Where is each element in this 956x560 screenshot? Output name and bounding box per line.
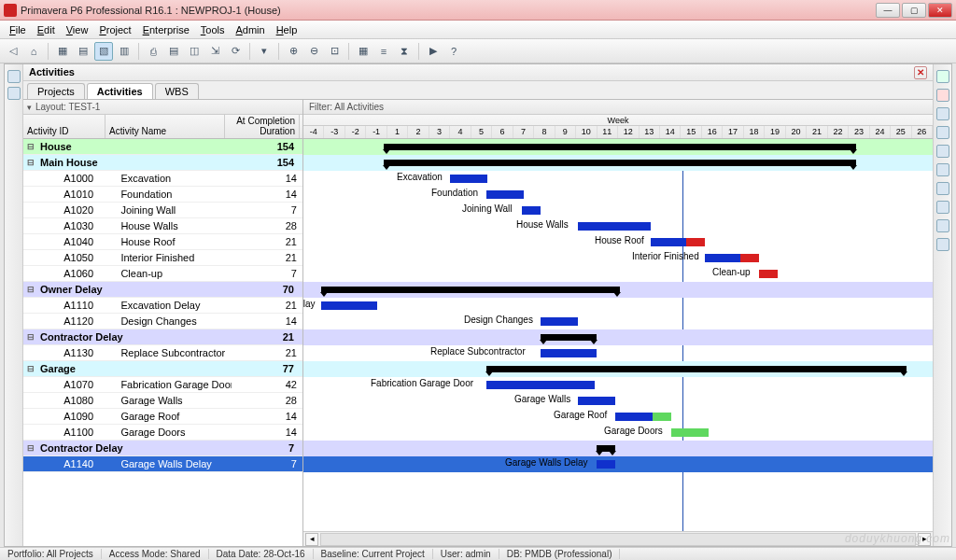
activity-row[interactable]: A1140Garage Walls Delay7: [23, 456, 302, 472]
activity-row[interactable]: A1030House Walls28: [23, 218, 302, 234]
back-icon[interactable]: ◁: [4, 42, 22, 61]
gantt-icon[interactable]: ▧: [94, 42, 113, 61]
move-up-icon[interactable]: [936, 219, 949, 232]
activity-bar-secondary[interactable]: [740, 254, 759, 262]
zoom-in-icon[interactable]: ⊕: [284, 42, 302, 61]
collapse-icon[interactable]: ⊟: [23, 285, 38, 294]
help-icon[interactable]: ?: [444, 42, 463, 61]
steps-icon[interactable]: [936, 201, 949, 214]
menu-help[interactable]: Help: [271, 22, 303, 37]
progress-icon[interactable]: ⧗: [395, 42, 414, 61]
activity-bar[interactable]: [759, 270, 778, 278]
timescale-header[interactable]: Week -4-3-2-1123456789101112131415161718…: [303, 115, 933, 139]
codes-icon[interactable]: [936, 182, 949, 195]
activity-row[interactable]: A1010Foundation14: [23, 187, 302, 203]
gantt-row[interactable]: Design Changes: [303, 314, 933, 329]
maximize-button[interactable]: ▢: [902, 3, 926, 18]
activity-bar[interactable]: [321, 301, 377, 310]
activity-row[interactable]: A1050Interior Finished21: [23, 250, 302, 266]
delete-icon[interactable]: [936, 89, 949, 102]
activity-row[interactable]: A1130Replace Subcontractor21: [23, 345, 302, 361]
chart-icon[interactable]: ◫: [185, 42, 204, 61]
gantt-row[interactable]: Garage Walls Delay: [303, 456, 933, 472]
activity-row[interactable]: A1020Joining Wall7: [23, 203, 302, 218]
zoom-out-icon[interactable]: ⊖: [304, 42, 323, 61]
menu-edit[interactable]: Edit: [32, 22, 61, 37]
gantt-row[interactable]: Excavation: [303, 171, 933, 187]
gantt-row[interactable]: Replace Subcontractor: [303, 345, 933, 361]
activity-row[interactable]: A1070Fabrication Garage Door42: [23, 377, 302, 393]
activity-bar[interactable]: [705, 254, 740, 262]
gantt-row[interactable]: [303, 155, 933, 171]
gantt-row[interactable]: Foundation: [303, 187, 933, 203]
summary-bar[interactable]: [486, 366, 907, 372]
col-activity-name[interactable]: Activity Name: [105, 115, 225, 138]
refresh-icon[interactable]: ⟳: [226, 42, 245, 61]
copy-icon[interactable]: [936, 126, 949, 139]
view-icon[interactable]: ▤: [74, 42, 92, 61]
gantt-row[interactable]: Garage Walls: [303, 393, 933, 409]
menu-tools[interactable]: Tools: [195, 22, 231, 37]
grid-icon[interactable]: ▦: [354, 42, 373, 61]
print-icon[interactable]: ⎙: [144, 42, 162, 61]
menu-view[interactable]: View: [61, 22, 94, 37]
activity-row[interactable]: A1080Garage Walls28: [23, 393, 302, 409]
gantt-row[interactable]: Interior Finished: [303, 250, 933, 266]
wbs-row[interactable]: ⊟Contractor Delay21: [23, 329, 302, 345]
add-icon[interactable]: [936, 70, 949, 83]
layout-bar[interactable]: ▾ Layout: TEST-1: [23, 100, 302, 115]
activity-bar-secondary[interactable]: [653, 413, 671, 421]
wbs-row[interactable]: ⊟House154: [23, 139, 302, 155]
activity-row[interactable]: A1060Clean-up7: [23, 266, 302, 282]
gantt-row[interactable]: [303, 361, 933, 377]
wbs-row[interactable]: ⊟Garage77: [23, 361, 302, 377]
filter-icon[interactable]: ▾: [255, 42, 274, 61]
gantt-row[interactable]: [303, 329, 933, 345]
table-header[interactable]: Activity ID Activity Name At Completion …: [23, 115, 302, 139]
wbs-row[interactable]: ⊟Owner Delay70: [23, 282, 302, 298]
home-icon[interactable]: ⌂: [24, 42, 43, 61]
gantt-row[interactable]: Clean-up: [303, 266, 933, 282]
menu-enterprise[interactable]: Enterprise: [137, 22, 195, 37]
report-icon[interactable]: ▤: [164, 42, 183, 61]
scroll-track[interactable]: [320, 533, 916, 546]
gantt-row[interactable]: Garage Roof: [303, 409, 933, 425]
menu-admin[interactable]: Admin: [230, 22, 270, 37]
wbs-row[interactable]: ⊟Main House154: [23, 155, 302, 171]
collapse-icon[interactable]: ⊟: [23, 158, 38, 167]
export-icon[interactable]: ⇲: [205, 42, 224, 61]
activity-bar[interactable]: [450, 175, 487, 183]
activity-bar[interactable]: [541, 349, 597, 357]
activity-bar[interactable]: [541, 317, 578, 326]
filter-bar[interactable]: Filter: All Activities: [303, 100, 933, 115]
activity-row[interactable]: A1090Garage Roof14: [23, 409, 302, 425]
wbs-row[interactable]: ⊟Contractor Delay7: [23, 441, 302, 456]
menu-file[interactable]: File: [4, 22, 32, 37]
activity-bar[interactable]: [486, 190, 524, 199]
gantt-row[interactable]: [303, 139, 933, 155]
bars-icon[interactable]: ≡: [374, 42, 393, 61]
minimize-button[interactable]: —: [876, 3, 900, 18]
menu-project[interactable]: Project: [93, 22, 136, 37]
cut-icon[interactable]: [936, 107, 949, 120]
summary-bar[interactable]: [541, 334, 597, 341]
activity-bar[interactable]: [615, 413, 653, 421]
summary-bar[interactable]: [321, 287, 620, 293]
activity-bar[interactable]: [671, 428, 709, 437]
collapse-icon[interactable]: ⊟: [23, 142, 38, 151]
summary-bar[interactable]: [384, 144, 856, 150]
layout-icon[interactable]: ▦: [53, 42, 72, 61]
summary-bar[interactable]: [384, 160, 856, 166]
col-activity-id[interactable]: Activity ID: [23, 115, 105, 138]
person-icon[interactable]: [7, 70, 21, 83]
resources-icon[interactable]: [936, 163, 949, 176]
folder-icon[interactable]: [7, 87, 21, 100]
gantt-row[interactable]: Joining Wall: [303, 203, 933, 218]
gantt-row[interactable]: [303, 441, 933, 456]
gantt-row[interactable]: Garage Doors: [303, 425, 933, 441]
col-duration[interactable]: At Completion Duration: [225, 115, 300, 138]
tab-activities[interactable]: Activities: [87, 83, 153, 99]
schedule-icon[interactable]: ▶: [424, 42, 443, 61]
activity-bar[interactable]: [578, 397, 615, 405]
move-down-icon[interactable]: [936, 238, 949, 251]
